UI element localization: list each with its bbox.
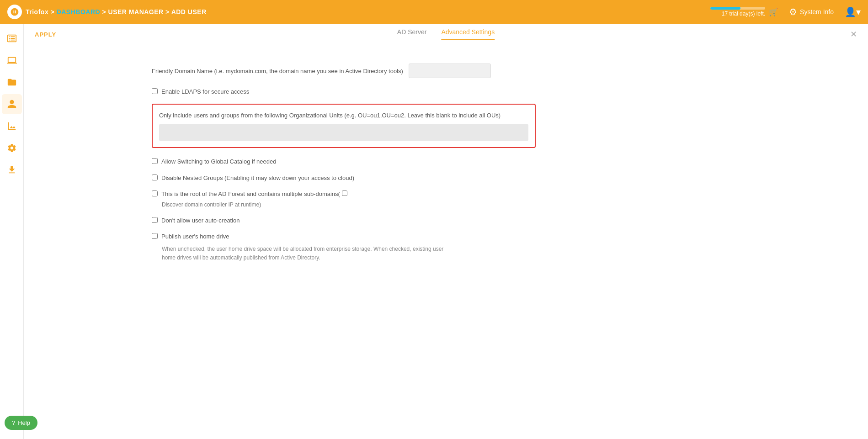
sidebar-item-settings[interactable]	[2, 138, 22, 158]
form-area: Friendly Domain Name (i.e. mydomain.com,…	[24, 45, 572, 280]
ou-section: Only include users and groups from the f…	[152, 104, 536, 148]
ad-forest-sub-checkbox[interactable]	[342, 190, 347, 196]
tabs-area: AD Server Advanced Settings	[397, 28, 495, 40]
ou-input[interactable]	[159, 124, 528, 141]
ldaps-checkbox[interactable]	[152, 88, 158, 94]
ad-forest-row: This is the root of the AD Forest and co…	[152, 190, 536, 199]
sidebar-item-folder[interactable]	[2, 72, 22, 92]
main-content: APPLY AD Server Advanced Settings ✕ Frie…	[24, 24, 868, 439]
ad-forest-checkbox[interactable]	[152, 190, 158, 196]
global-catalog-row: Allow Switching to Global Catalog if nee…	[152, 157, 536, 166]
user-account-icon[interactable]: 👤▾	[845, 6, 861, 17]
tab-advanced-settings[interactable]: Advanced Settings	[441, 28, 495, 40]
ad-forest-subtext: Discover domain controller IP at runtime…	[152, 201, 536, 209]
global-catalog-checkbox[interactable]	[152, 158, 158, 164]
logo-icon	[7, 5, 22, 19]
friendly-domain-label: Friendly Domain Name (i.e. mydomain.com,…	[152, 68, 403, 74]
trial-progress-bar	[710, 7, 765, 10]
help-label: Help	[18, 419, 30, 426]
sidebar-item-chart[interactable]	[2, 116, 22, 136]
nested-groups-checkbox[interactable]	[152, 175, 158, 180]
apply-button[interactable]: APPLY	[35, 31, 56, 38]
sidebar-item-desktop[interactable]	[2, 50, 22, 70]
auto-creation-label: Don't allow user auto-creation	[161, 216, 240, 225]
help-icon: ?	[12, 419, 15, 426]
top-navigation: Triofox > DASHBOARD > USER MANAGER > ADD…	[0, 0, 868, 24]
trial-progress-fill	[710, 7, 740, 10]
home-drive-row: Publish user's home drive	[152, 232, 536, 241]
content-toolbar: APPLY AD Server Advanced Settings ✕	[24, 24, 868, 45]
trial-text: 17 trial day(s) left.	[722, 11, 765, 17]
trial-bar: 17 trial day(s) left.	[710, 7, 765, 17]
global-catalog-label: Allow Switching to Global Catalog if nee…	[161, 157, 276, 166]
friendly-domain-input[interactable]	[409, 63, 491, 78]
sidebar-item-download[interactable]	[2, 160, 22, 180]
nested-groups-label: Disable Nested Groups (Enabling it may s…	[161, 174, 354, 183]
breadcrumb-dashboard[interactable]: DASHBOARD	[57, 8, 101, 16]
home-drive-note: When unchecked, the user home drive spac…	[152, 245, 536, 262]
auto-creation-checkbox[interactable]	[152, 217, 158, 223]
tab-ad-server[interactable]: AD Server	[397, 28, 427, 40]
cart-icon[interactable]: 🛒	[769, 8, 778, 16]
auto-creation-row: Don't allow user auto-creation	[152, 216, 536, 225]
sidebar-item-dashboard[interactable]	[2, 28, 22, 48]
system-info-label: System Info	[800, 8, 834, 16]
ad-forest-label: This is the root of the AD Forest and co…	[161, 190, 347, 199]
ldaps-label: Enable LDAPS for secure access	[161, 87, 249, 96]
ou-description: Only include users and groups from the f…	[159, 111, 528, 120]
sidebar-item-user[interactable]	[2, 94, 22, 114]
home-drive-checkbox[interactable]	[152, 233, 158, 239]
system-info[interactable]: ⚙ System Info	[789, 6, 834, 17]
trial-info: 17 trial day(s) left. 🛒	[710, 7, 778, 17]
ldaps-row: Enable LDAPS for secure access	[152, 87, 536, 96]
sidebar	[0, 24, 24, 439]
breadcrumb: Triofox > DASHBOARD > USER MANAGER > ADD…	[26, 8, 207, 16]
help-button[interactable]: ? Help	[5, 416, 37, 430]
settings-gear-icon: ⚙	[789, 6, 797, 17]
close-button[interactable]: ✕	[850, 29, 857, 39]
nested-groups-row: Disable Nested Groups (Enabling it may s…	[152, 174, 536, 183]
friendly-domain-row: Friendly Domain Name (i.e. mydomain.com,…	[152, 63, 536, 78]
home-drive-label: Publish user's home drive	[161, 232, 229, 241]
logo-area: Triofox > DASHBOARD > USER MANAGER > ADD…	[7, 5, 207, 19]
nav-right-section: 17 trial day(s) left. 🛒 ⚙ System Info 👤▾	[710, 6, 861, 17]
